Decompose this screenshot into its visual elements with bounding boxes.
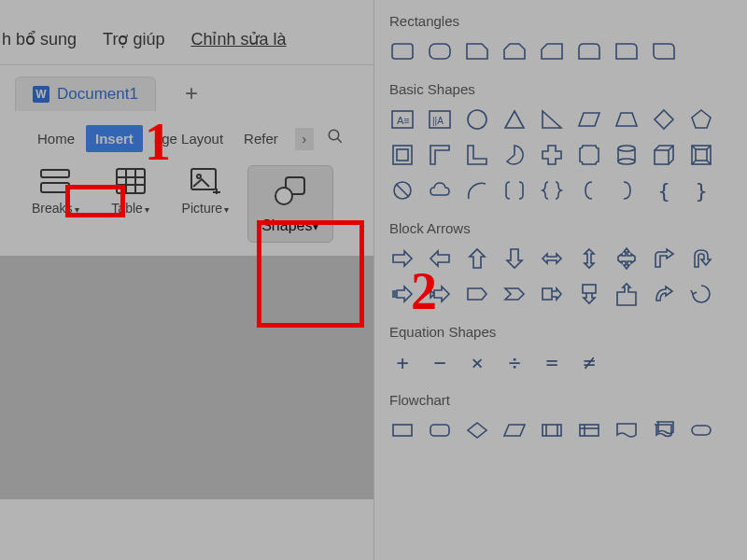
chevron-down-icon: ▾ xyxy=(312,217,319,233)
shape-brace-pair[interactable] xyxy=(539,177,565,203)
shape-eq-multiply[interactable]: × xyxy=(464,349,490,375)
svg-text:A≡: A≡ xyxy=(397,115,410,126)
shape-fc-document[interactable] xyxy=(613,417,640,443)
shape-can[interactable] xyxy=(613,142,640,168)
tab-page-layout[interactable]: age Layout xyxy=(145,125,233,152)
shape-arrow-quad[interactable] xyxy=(613,245,640,272)
shape-fc-predef[interactable] xyxy=(539,417,565,443)
shape-fc-decision[interactable] xyxy=(464,417,490,443)
shape-arc[interactable] xyxy=(464,177,490,203)
shape-triangle[interactable] xyxy=(501,106,528,133)
shape-cross[interactable] xyxy=(539,142,565,168)
menu-addons[interactable]: h bổ sung xyxy=(0,23,78,55)
shape-eq-notequal[interactable]: ≠ xyxy=(576,349,602,375)
shape-plaque[interactable] xyxy=(576,142,602,168)
shape-textbox-v[interactable]: ||A xyxy=(427,106,453,133)
shape-oval[interactable] xyxy=(464,106,490,133)
shape-fc-data[interactable] xyxy=(501,417,528,443)
shape-arrow-striped[interactable] xyxy=(389,281,416,307)
document-tab-title: Document1 xyxy=(57,85,138,104)
shape-fc-process[interactable] xyxy=(389,417,416,443)
shape-eq-minus[interactable]: − xyxy=(427,349,453,375)
svg-point-25 xyxy=(618,159,635,164)
tab-references[interactable]: Refer xyxy=(234,125,288,152)
shape-arrow-pentagon[interactable] xyxy=(464,281,490,307)
shape-fc-alt[interactable] xyxy=(427,417,453,443)
shape-cloud[interactable] xyxy=(427,177,453,203)
shape-snip2-rect[interactable] xyxy=(501,38,528,64)
shape-eq-plus[interactable]: + xyxy=(389,349,416,375)
shape-arrow-circular[interactable] xyxy=(688,281,714,307)
shape-textbox[interactable]: A≡ xyxy=(389,106,416,133)
chevron-down-icon: ▾ xyxy=(75,204,79,215)
search-icon[interactable] xyxy=(327,128,344,149)
svg-rect-23 xyxy=(397,149,408,161)
menu-help[interactable]: Trợ giúp xyxy=(101,23,166,55)
shape-arrow-callout-d[interactable] xyxy=(576,281,602,307)
shape-arrow-up[interactable] xyxy=(464,245,490,272)
shape-half-frame[interactable] xyxy=(427,142,453,168)
more-tabs-button[interactable]: › xyxy=(295,128,314,150)
svg-rect-16 xyxy=(430,44,450,59)
shape-eq-equals[interactable]: = xyxy=(539,349,565,375)
document-tab[interactable]: W Document1 xyxy=(15,77,156,111)
table-button[interactable]: Table▾ xyxy=(98,165,163,217)
picture-label: Picture xyxy=(182,201,223,216)
picture-button[interactable]: Picture▾ xyxy=(173,165,239,217)
tab-insert[interactable]: Insert xyxy=(86,125,143,152)
shape-fc-internal[interactable] xyxy=(576,417,602,443)
svg-point-0 xyxy=(329,130,339,140)
shape-l-shape[interactable] xyxy=(464,142,490,168)
shape-arrow-bent[interactable] xyxy=(651,245,677,272)
shape-right-brace[interactable]: } xyxy=(688,177,714,203)
svg-text:||A: ||A xyxy=(432,116,444,126)
table-icon xyxy=(115,167,147,195)
shape-bracket-pair[interactable] xyxy=(501,177,528,203)
shape-arrow-notched[interactable] xyxy=(427,281,453,307)
shape-round-single[interactable] xyxy=(613,38,640,64)
svg-point-10 xyxy=(197,175,201,178)
shape-snip-rect[interactable] xyxy=(464,38,490,64)
shape-round-diag[interactable] xyxy=(651,38,677,64)
shape-arrow-left[interactable] xyxy=(427,245,453,272)
shape-arrow-curved-r[interactable] xyxy=(651,281,677,307)
shape-frame[interactable] xyxy=(389,142,416,168)
shape-rectangle[interactable] xyxy=(389,38,416,64)
shape-arrow-uturn[interactable] xyxy=(688,245,714,272)
shape-cube[interactable] xyxy=(651,142,677,168)
doc-icon: W xyxy=(33,86,49,103)
shapes-dropdown-panel: Rectangles Basic Shapes A≡ ||A xyxy=(374,0,747,560)
shape-round-rect[interactable] xyxy=(427,38,453,64)
shape-left-bracket[interactable] xyxy=(576,177,602,203)
shape-parallelogram[interactable] xyxy=(576,106,602,133)
shapes-button[interactable]: Shapes▾ xyxy=(247,165,333,243)
new-tab-button[interactable]: + xyxy=(180,82,203,105)
shape-eq-divide[interactable]: ÷ xyxy=(501,349,528,375)
svg-rect-37 xyxy=(543,288,552,300)
shape-fc-terminator[interactable] xyxy=(688,417,714,443)
shape-snip-diag[interactable] xyxy=(539,38,565,64)
shape-arrow-right[interactable] xyxy=(389,245,416,272)
shape-arrow-leftright[interactable] xyxy=(539,245,565,272)
shape-fc-multidoc[interactable] xyxy=(651,417,677,443)
shape-right-triangle[interactable] xyxy=(539,106,565,133)
shape-arrow-chevron[interactable] xyxy=(501,281,528,307)
shape-trapezoid[interactable] xyxy=(613,106,640,133)
shape-pie[interactable] xyxy=(501,142,528,168)
shape-arrow-callout-t[interactable] xyxy=(613,281,640,307)
shape-arrow-down[interactable] xyxy=(501,245,528,272)
shape-nosymbol[interactable] xyxy=(389,177,416,203)
section-equation-shapes: Equation Shapes + − × ÷ = ≠ xyxy=(389,324,732,375)
shape-right-bracket[interactable] xyxy=(613,177,640,203)
shape-bevel[interactable] xyxy=(688,142,714,168)
menu-edit[interactable]: Chỉnh sửa là xyxy=(189,23,288,55)
shape-left-brace[interactable]: { xyxy=(651,177,677,203)
shape-snip-same[interactable] xyxy=(576,38,602,64)
breaks-button[interactable]: Breaks▾ xyxy=(22,165,89,217)
svg-rect-38 xyxy=(583,285,596,293)
shape-pentagon[interactable] xyxy=(688,106,714,133)
shape-arrow-callout-r[interactable] xyxy=(539,281,565,307)
tab-home[interactable]: Home xyxy=(28,125,84,152)
shape-arrow-updown[interactable] xyxy=(576,245,602,272)
shape-diamond[interactable] xyxy=(651,106,677,133)
